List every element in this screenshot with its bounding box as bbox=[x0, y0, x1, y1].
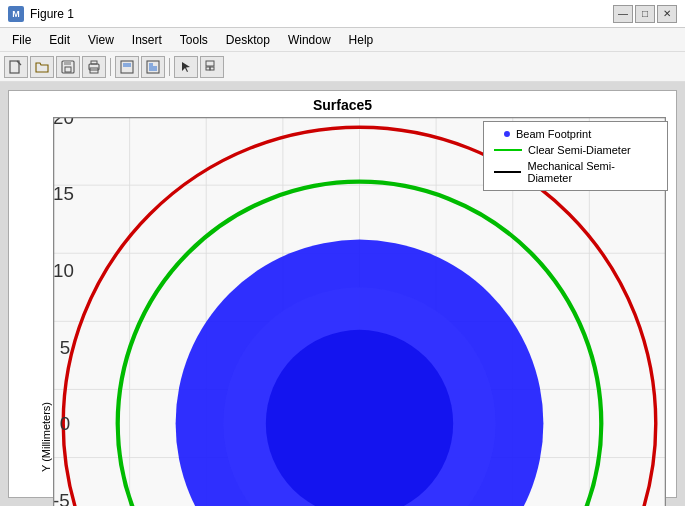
legend-item-beam: Beam Footprint bbox=[494, 128, 657, 140]
plot-container: Surface5 Y (Millimeters) X (Millimeters) bbox=[8, 90, 677, 498]
svg-rect-14 bbox=[206, 67, 210, 70]
plot-area: Y (Millimeters) X (Millimeters) bbox=[9, 113, 676, 506]
menu-edit[interactable]: Edit bbox=[41, 31, 78, 49]
toolbar-btn6[interactable] bbox=[141, 56, 165, 78]
svg-text:20: 20 bbox=[53, 117, 74, 128]
menu-bar: File Edit View Insert Tools Desktop Wind… bbox=[0, 28, 685, 52]
toolbar-open[interactable] bbox=[30, 56, 54, 78]
main-area: Surface5 Y (Millimeters) X (Millimeters) bbox=[0, 82, 685, 506]
svg-text:-5: -5 bbox=[53, 490, 70, 506]
close-button[interactable]: ✕ bbox=[657, 5, 677, 23]
svg-rect-0 bbox=[10, 61, 19, 73]
svg-rect-2 bbox=[64, 61, 71, 65]
app-icon: M bbox=[8, 6, 24, 22]
menu-file[interactable]: File bbox=[4, 31, 39, 49]
legend-item-clear: Clear Semi-Diameter bbox=[494, 144, 657, 156]
maximize-button[interactable]: □ bbox=[635, 5, 655, 23]
svg-text:10: 10 bbox=[53, 260, 74, 281]
svg-rect-9 bbox=[127, 63, 131, 67]
title-bar-controls[interactable]: — □ ✕ bbox=[613, 5, 677, 23]
minimize-button[interactable]: — bbox=[613, 5, 633, 23]
legend-label-clear: Clear Semi-Diameter bbox=[528, 144, 631, 156]
svg-rect-15 bbox=[210, 67, 214, 70]
beam-footprint-dot bbox=[504, 131, 510, 137]
toolbar-save[interactable] bbox=[56, 56, 80, 78]
y-axis-label: Y (Millimeters) bbox=[40, 401, 52, 471]
toolbar-new[interactable] bbox=[4, 56, 28, 78]
svg-rect-5 bbox=[91, 61, 97, 64]
legend-box: Beam Footprint Clear Semi-Diameter Mecha… bbox=[483, 121, 668, 191]
svg-rect-3 bbox=[65, 67, 71, 72]
legend-item-mechanical: Mechanical Semi-Diameter bbox=[494, 160, 657, 184]
svg-text:0: 0 bbox=[60, 413, 70, 434]
clear-semi-diameter-line bbox=[494, 149, 522, 151]
menu-insert[interactable]: Insert bbox=[124, 31, 170, 49]
toolbar-separator-1 bbox=[110, 58, 111, 76]
toolbar-print[interactable] bbox=[82, 56, 106, 78]
svg-rect-13 bbox=[206, 61, 214, 66]
menu-view[interactable]: View bbox=[80, 31, 122, 49]
toolbar-separator-2 bbox=[169, 58, 170, 76]
title-bar-left: M Figure 1 bbox=[8, 6, 74, 22]
menu-window[interactable]: Window bbox=[280, 31, 339, 49]
toolbar-zoom[interactable] bbox=[200, 56, 224, 78]
svg-text:5: 5 bbox=[60, 337, 70, 358]
toolbar bbox=[0, 52, 685, 82]
legend-label-beam: Beam Footprint bbox=[516, 128, 591, 140]
title-bar: M Figure 1 — □ ✕ bbox=[0, 0, 685, 28]
mechanical-semi-diameter-line bbox=[494, 171, 521, 173]
plot-title: Surface5 bbox=[313, 97, 372, 113]
svg-rect-11 bbox=[149, 63, 153, 71]
legend-label-mechanical: Mechanical Semi-Diameter bbox=[527, 160, 657, 184]
menu-help[interactable]: Help bbox=[341, 31, 382, 49]
svg-rect-8 bbox=[123, 63, 127, 67]
menu-desktop[interactable]: Desktop bbox=[218, 31, 278, 49]
toolbar-cursor[interactable] bbox=[174, 56, 198, 78]
toolbar-btn5[interactable] bbox=[115, 56, 139, 78]
svg-rect-12 bbox=[153, 66, 157, 71]
menu-tools[interactable]: Tools bbox=[172, 31, 216, 49]
window-title: Figure 1 bbox=[30, 7, 74, 21]
svg-text:15: 15 bbox=[53, 183, 74, 204]
